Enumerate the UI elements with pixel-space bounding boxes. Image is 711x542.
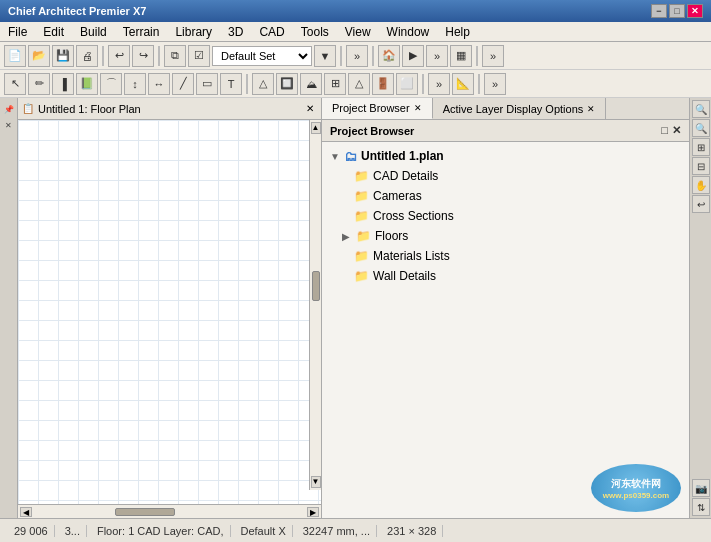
tab-project-browser-label: Project Browser <box>332 102 410 114</box>
pan-btn[interactable]: ✋ <box>692 176 710 194</box>
menu-edit[interactable]: Edit <box>35 22 72 41</box>
book-btn[interactable]: 📗 <box>76 73 98 95</box>
menu-tools[interactable]: Tools <box>293 22 337 41</box>
arrow-button[interactable]: ▶ <box>402 45 424 67</box>
minimize-button[interactable]: − <box>651 4 667 18</box>
terrain-btn[interactable]: ⛰ <box>300 73 322 95</box>
tb-extra1[interactable]: ▦ <box>450 45 472 67</box>
scroll-thumb-v[interactable] <box>312 271 320 301</box>
floor-plan-tab-close[interactable]: ✕ <box>303 102 317 115</box>
tb-more3[interactable]: » <box>482 45 504 67</box>
tree-item-wall-details[interactable]: 📁 Wall Details <box>326 266 685 286</box>
checkbox-button[interactable]: ☑ <box>188 45 210 67</box>
pin-icon: 📌 <box>2 102 16 116</box>
tb-more2[interactable]: » <box>426 45 448 67</box>
tb-row2-more2[interactable]: » <box>484 73 506 95</box>
right-panel-tabs: Project Browser ✕ Active Layer Display O… <box>322 98 689 120</box>
menu-build[interactable]: Build <box>72 22 115 41</box>
floor-plan-tab[interactable]: 📋 Untitled 1: Floor Plan ✕ <box>18 98 321 120</box>
tab-active-layer[interactable]: Active Layer Display Options ✕ <box>433 98 607 119</box>
camera-btn[interactable]: 📷 <box>692 479 710 497</box>
toolbar-row-1: 📄 📂 💾 🖨 ↩ ↪ ⧉ ☑ Default Set ▼ » 🏠 ▶ » ▦ … <box>0 42 711 70</box>
draw-btn[interactable]: ✏ <box>28 73 50 95</box>
watermark-line1: 河东软件网 <box>611 477 661 491</box>
horizontal-scrollbar[interactable]: ◀ ▶ <box>18 504 321 518</box>
print-button[interactable]: 🖨 <box>76 45 98 67</box>
scroll-left-btn[interactable]: ◀ <box>20 507 32 517</box>
vertical-scrollbar[interactable]: ▲ ▼ <box>309 120 321 490</box>
wall-btn[interactable]: ▐ <box>52 73 74 95</box>
menu-library[interactable]: Library <box>167 22 220 41</box>
tree-item-floors[interactable]: ▶ 📁 Floors <box>326 226 685 246</box>
tab-project-browser-close[interactable]: ✕ <box>414 103 422 113</box>
roof-btn[interactable]: △ <box>252 73 274 95</box>
tree-item-cross-sections[interactable]: 📁 Cross Sections <box>326 206 685 226</box>
window-btn[interactable]: ⬜ <box>396 73 418 95</box>
tb-row2-more[interactable]: » <box>428 73 450 95</box>
dim-btn[interactable]: ⊞ <box>324 73 346 95</box>
folder-icon-wall-details: 📁 <box>354 269 369 283</box>
menu-file[interactable]: File <box>0 22 35 41</box>
new-button[interactable]: 📄 <box>4 45 26 67</box>
undo-button[interactable]: ↩ <box>108 45 130 67</box>
fence-btn[interactable]: 🔲 <box>276 73 298 95</box>
zoom-in-btn[interactable]: 🔍 <box>692 100 710 118</box>
tree-label-floors: Floors <box>375 229 408 243</box>
scroll-up-btn[interactable]: ▲ <box>311 122 321 134</box>
copy-button[interactable]: ⧉ <box>164 45 186 67</box>
dropdown-arrow[interactable]: ▼ <box>314 45 336 67</box>
scroll-right-btn[interactable]: ▶ <box>307 507 319 517</box>
text-btn[interactable]: T <box>220 73 242 95</box>
sep8 <box>478 74 480 94</box>
tree-label-cad-details: CAD Details <box>373 169 438 183</box>
scroll-down-btn[interactable]: ▼ <box>311 476 321 488</box>
left-side-icons: 📌 ✕ <box>0 98 18 518</box>
maximize-button[interactable]: □ <box>669 4 685 18</box>
stairs-btn[interactable]: ↕ <box>124 73 146 95</box>
status-mm: 32247 mm, ... <box>297 525 377 537</box>
header-maximize-btn[interactable]: □ <box>661 124 668 137</box>
ext-btn[interactable]: ⊟ <box>692 157 710 175</box>
redo-button[interactable]: ↪ <box>132 45 154 67</box>
measure-btn[interactable]: ↔ <box>148 73 170 95</box>
fit-btn[interactable]: ⊞ <box>692 138 710 156</box>
menu-view[interactable]: View <box>337 22 379 41</box>
floor-plan-tab-icon: 📋 <box>22 103 34 114</box>
folder-icon-cameras: 📁 <box>354 189 369 203</box>
save-button[interactable]: 💾 <box>52 45 74 67</box>
menu-3d[interactable]: 3D <box>220 22 251 41</box>
sync-btn[interactable]: ⇅ <box>692 498 710 516</box>
open-button[interactable]: 📂 <box>28 45 50 67</box>
close-button[interactable]: ✕ <box>687 4 703 18</box>
door-btn[interactable]: 🚪 <box>372 73 394 95</box>
tb-more1[interactable]: » <box>346 45 368 67</box>
tree-root[interactable]: ▼ 🗂 Untitled 1.plan <box>326 146 685 166</box>
side-close-icon[interactable]: ✕ <box>2 118 16 132</box>
menu-window[interactable]: Window <box>379 22 438 41</box>
layer-set-dropdown[interactable]: Default Set <box>212 46 312 66</box>
folder-icon-cad: 📁 <box>354 169 369 183</box>
menu-terrain[interactable]: Terrain <box>115 22 168 41</box>
tab-active-layer-close[interactable]: ✕ <box>587 104 595 114</box>
zoom-out-btn[interactable]: 🔍 <box>692 119 710 137</box>
scroll-thumb-h[interactable] <box>115 508 175 516</box>
header-close-btn[interactable]: ✕ <box>672 124 681 137</box>
tab-active-layer-label: Active Layer Display Options <box>443 103 584 115</box>
arch-btn[interactable]: ⌒ <box>100 73 122 95</box>
ruler-btn[interactable]: 📐 <box>452 73 474 95</box>
tab-project-browser[interactable]: Project Browser ✕ <box>322 98 433 119</box>
menu-cad[interactable]: CAD <box>251 22 292 41</box>
tree-item-cameras[interactable]: 📁 Cameras <box>326 186 685 206</box>
menu-help[interactable]: Help <box>437 22 478 41</box>
floor-plan-canvas[interactable]: ▲ ▼ <box>18 120 321 504</box>
select-btn[interactable]: ↖ <box>4 73 26 95</box>
rotate-left-btn[interactable]: ↩ <box>692 195 710 213</box>
home-button[interactable]: 🏠 <box>378 45 400 67</box>
window-controls: − □ ✕ <box>651 4 703 18</box>
line-btn[interactable]: ╱ <box>172 73 194 95</box>
elev-btn[interactable]: △ <box>348 73 370 95</box>
tree-label-wall-details: Wall Details <box>373 269 436 283</box>
tree-item-cad-details[interactable]: 📁 CAD Details <box>326 166 685 186</box>
tree-item-materials[interactable]: 📁 Materials Lists <box>326 246 685 266</box>
shape-btn[interactable]: ▭ <box>196 73 218 95</box>
